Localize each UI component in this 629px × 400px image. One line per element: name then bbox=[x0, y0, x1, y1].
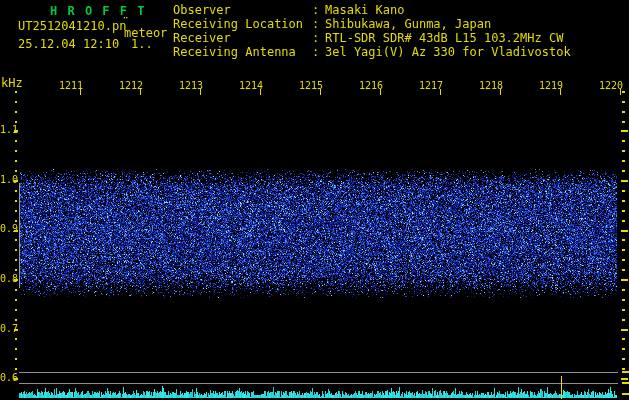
metadata-label: Receiver bbox=[173, 32, 231, 44]
metadata-row: Receiving Antenna:3el Yagi(V) Az 330 for… bbox=[0, 46, 629, 60]
right-tick bbox=[622, 338, 625, 340]
right-tick bbox=[622, 299, 625, 301]
left-tick bbox=[15, 309, 17, 311]
right-tick bbox=[622, 249, 625, 251]
left-tick bbox=[14, 130, 18, 132]
time-marker-line bbox=[561, 376, 562, 399]
right-tick bbox=[622, 91, 625, 93]
right-tick bbox=[622, 319, 625, 321]
metadata-colon: : bbox=[312, 32, 319, 44]
right-tick bbox=[621, 180, 628, 182]
left-tick bbox=[15, 190, 17, 192]
left-tick bbox=[14, 329, 18, 331]
right-tick bbox=[622, 239, 625, 241]
left-tick bbox=[15, 269, 17, 271]
right-tick bbox=[622, 121, 625, 123]
top-tick bbox=[140, 89, 141, 95]
right-tick bbox=[621, 130, 628, 132]
metadata-colon: : bbox=[312, 4, 319, 16]
metadata-label: Receiving Antenna bbox=[173, 46, 296, 58]
metadata-row: Receiver:RTL-SDR SDR# 43dB L15 103.2MHz … bbox=[0, 32, 629, 46]
right-tick bbox=[621, 329, 628, 331]
right-tick bbox=[622, 160, 625, 162]
left-tick bbox=[15, 289, 17, 291]
top-tick bbox=[260, 89, 261, 95]
left-tick bbox=[15, 338, 17, 340]
left-tick bbox=[14, 180, 18, 182]
left-tick bbox=[15, 150, 17, 152]
right-tick bbox=[622, 111, 625, 113]
right-tick bbox=[622, 190, 625, 192]
right-tick bbox=[621, 230, 628, 232]
right-tick bbox=[622, 101, 625, 103]
right-tick bbox=[622, 269, 625, 271]
top-tick bbox=[440, 89, 441, 95]
left-tick bbox=[15, 210, 17, 212]
left-tick bbox=[15, 319, 17, 321]
left-tick bbox=[15, 91, 17, 93]
right-tick bbox=[622, 348, 625, 350]
top-tick bbox=[320, 89, 321, 95]
metadata-value: Shibukawa, Gunma, Japan bbox=[325, 18, 491, 30]
left-tick bbox=[15, 368, 17, 370]
right-tick bbox=[622, 289, 625, 291]
left-tick bbox=[15, 101, 17, 103]
right-tick bbox=[622, 170, 625, 172]
metadata-colon: : bbox=[312, 18, 319, 30]
right-tick bbox=[622, 150, 625, 152]
right-tick bbox=[622, 358, 625, 360]
left-tick bbox=[15, 299, 17, 301]
strip-right-tick bbox=[622, 393, 629, 395]
freq-scale-bar bbox=[19, 183, 20, 288]
right-tick bbox=[622, 200, 625, 202]
left-tick bbox=[15, 358, 17, 360]
left-tick bbox=[15, 259, 17, 261]
top-tick bbox=[620, 89, 621, 95]
right-tick bbox=[622, 210, 625, 212]
top-tick bbox=[560, 89, 561, 95]
left-tick bbox=[14, 230, 18, 232]
metadata-row: Observer:Masaki Kano bbox=[0, 4, 629, 18]
metadata-label: Observer bbox=[173, 4, 231, 16]
metadata-value: 3el Yagi(V) Az 330 for Vladivostok bbox=[325, 46, 571, 58]
left-tick bbox=[14, 279, 18, 281]
khz-unit-label: kHz bbox=[1, 77, 23, 89]
left-tick bbox=[15, 170, 17, 172]
left-tick bbox=[15, 140, 17, 142]
left-tick bbox=[15, 160, 17, 162]
right-tick bbox=[622, 140, 625, 142]
left-tick bbox=[15, 111, 17, 113]
strip-right-tick bbox=[622, 382, 629, 384]
left-tick bbox=[14, 378, 18, 380]
right-tick bbox=[622, 368, 625, 370]
metadata-colon: : bbox=[312, 46, 319, 58]
top-tick bbox=[500, 89, 501, 95]
top-tick bbox=[200, 89, 201, 95]
left-tick bbox=[15, 200, 17, 202]
right-tick bbox=[621, 378, 628, 380]
right-tick bbox=[622, 220, 625, 222]
strip-lower-line bbox=[19, 383, 618, 384]
metadata-row: Receiving Location:Shibukawa, Gunma, Jap… bbox=[0, 18, 629, 32]
left-tick bbox=[15, 220, 17, 222]
metadata-table: Observer:Masaki KanoReceiving Location:S… bbox=[0, 0, 629, 62]
left-tick bbox=[15, 348, 17, 350]
left-tick bbox=[15, 249, 17, 251]
strip-upper-line bbox=[19, 372, 618, 373]
freq-tick-label: 0.9 bbox=[0, 224, 18, 234]
metadata-value: Masaki Kano bbox=[325, 4, 404, 16]
right-tick bbox=[622, 259, 625, 261]
left-tick bbox=[15, 121, 17, 123]
top-tick bbox=[80, 89, 81, 95]
right-tick bbox=[622, 309, 625, 311]
left-tick bbox=[15, 239, 17, 241]
hrofft-screen: H R O F F T UT2512041210.pn ¨ meteor 25.… bbox=[0, 0, 629, 400]
metadata-value: RTL-SDR SDR# 43dB L15 103.2MHz CW bbox=[325, 32, 563, 44]
metadata-label: Receiving Location bbox=[173, 18, 303, 30]
strip-right-tick bbox=[622, 371, 629, 373]
top-tick bbox=[380, 89, 381, 95]
right-tick bbox=[621, 279, 628, 281]
